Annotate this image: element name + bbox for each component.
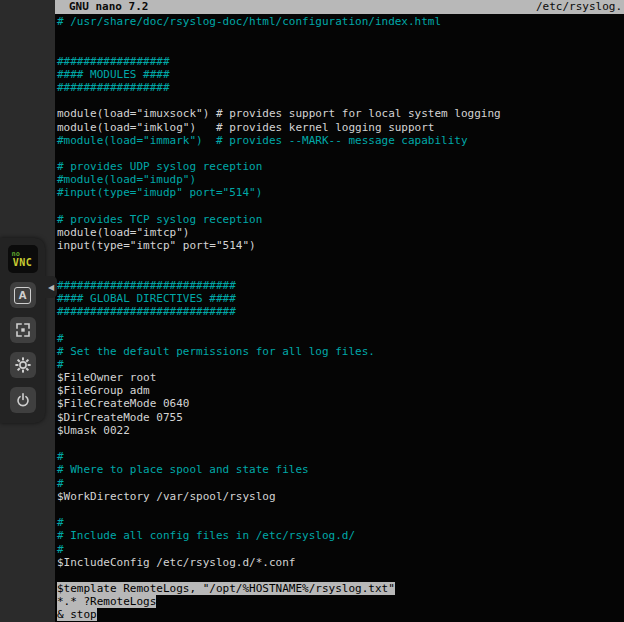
terminal-line: # xyxy=(57,358,624,371)
fullscreen-icon xyxy=(15,322,31,338)
terminal-line xyxy=(57,318,624,331)
terminal-line: # /usr/share/doc/rsyslog-doc/html/config… xyxy=(57,15,624,28)
terminal-line xyxy=(57,200,624,213)
terminal-line: # Include all config files in /etc/rsysl… xyxy=(57,529,624,542)
terminal-line: $IncludeConfig /etc/rsyslog.d/*.conf xyxy=(57,556,624,569)
control-bar-handle[interactable]: ◀ xyxy=(45,276,57,298)
terminal-line: $DirCreateMode 0755 xyxy=(57,411,624,424)
terminal-line xyxy=(57,41,624,54)
settings-button[interactable] xyxy=(10,352,36,378)
extra-keys-button[interactable]: A xyxy=(10,282,36,308)
terminal-line: # provides UDP syslog reception xyxy=(57,160,624,173)
novnc-logo-vnc-text: VNC xyxy=(13,258,33,268)
terminal-line: $Umask 0022 xyxy=(57,424,624,437)
terminal-line: # xyxy=(57,516,624,529)
gear-icon xyxy=(15,357,31,373)
terminal-line xyxy=(57,503,624,516)
terminal-line: & stop xyxy=(57,608,624,621)
terminal-lines[interactable]: # /usr/share/doc/rsyslog-doc/html/config… xyxy=(57,15,624,622)
screen: GNU nano 7.2 /etc/rsyslog. # /usr/share/… xyxy=(0,0,624,622)
terminal-line: ################# xyxy=(57,55,624,68)
terminal-line: #### MODULES #### xyxy=(57,68,624,81)
terminal-line: $WorkDirectory /var/spool/rsyslog xyxy=(57,490,624,503)
terminal-line xyxy=(57,147,624,160)
terminal-line: $FileGroup adm xyxy=(57,384,624,397)
chevron-left-icon: ◀ xyxy=(48,283,54,292)
terminal-line: input(type="imtcp" port="514") xyxy=(57,239,624,252)
terminal-line: ########################### xyxy=(57,279,624,292)
disconnect-button[interactable] xyxy=(10,387,36,413)
terminal-window[interactable]: GNU nano 7.2 /etc/rsyslog. # /usr/share/… xyxy=(55,0,624,622)
terminal-line xyxy=(57,252,624,265)
terminal-line: $FileCreateMode 0640 xyxy=(57,397,624,410)
terminal-line xyxy=(57,94,624,107)
terminal-line: # xyxy=(57,450,624,463)
terminal-line: # xyxy=(57,543,624,556)
terminal-line: *.* ?RemoteLogs xyxy=(57,595,624,608)
terminal-line: module(load="imuxsock") # provides suppo… xyxy=(57,107,624,120)
fullscreen-button[interactable] xyxy=(10,317,36,343)
nano-version-label: GNU nano 7.2 xyxy=(55,0,148,14)
terminal-line: ########################### xyxy=(57,305,624,318)
terminal-line: module(load="imklog") # provides kernel … xyxy=(57,121,624,134)
terminal-line: #### GLOBAL DIRECTIVES #### xyxy=(57,292,624,305)
novnc-logo[interactable]: no VNC xyxy=(8,245,38,273)
terminal-line: $FileOwner root xyxy=(57,371,624,384)
nano-titlebar: GNU nano 7.2 /etc/rsyslog. xyxy=(55,0,624,14)
nano-filename-label: /etc/rsyslog. xyxy=(536,0,624,14)
terminal-line: #module(load="immark") # provides --MARK… xyxy=(57,134,624,147)
terminal-line xyxy=(57,266,624,279)
terminal-line xyxy=(57,437,624,450)
terminal-line: #input(type="imudp" port="514") xyxy=(57,186,624,199)
keyboard-a-icon: A xyxy=(14,287,31,304)
terminal-line: module(load="imtcp") xyxy=(57,226,624,239)
terminal-line: # Set the default permissions for all lo… xyxy=(57,345,624,358)
terminal-line: ################# xyxy=(57,81,624,94)
terminal-line: $template RemoteLogs, "/opt/%HOSTNAME%/r… xyxy=(57,582,624,595)
terminal-line: # xyxy=(57,332,624,345)
power-icon xyxy=(15,392,31,408)
terminal-line: #module(load="imudp") xyxy=(57,173,624,186)
terminal-line: # Where to place spool and state files xyxy=(57,463,624,476)
terminal-line xyxy=(57,28,624,41)
novnc-control-bar: no VNC A xyxy=(0,238,45,423)
terminal-line: # provides TCP syslog reception xyxy=(57,213,624,226)
terminal-line xyxy=(57,569,624,582)
terminal-line: # xyxy=(57,477,624,490)
